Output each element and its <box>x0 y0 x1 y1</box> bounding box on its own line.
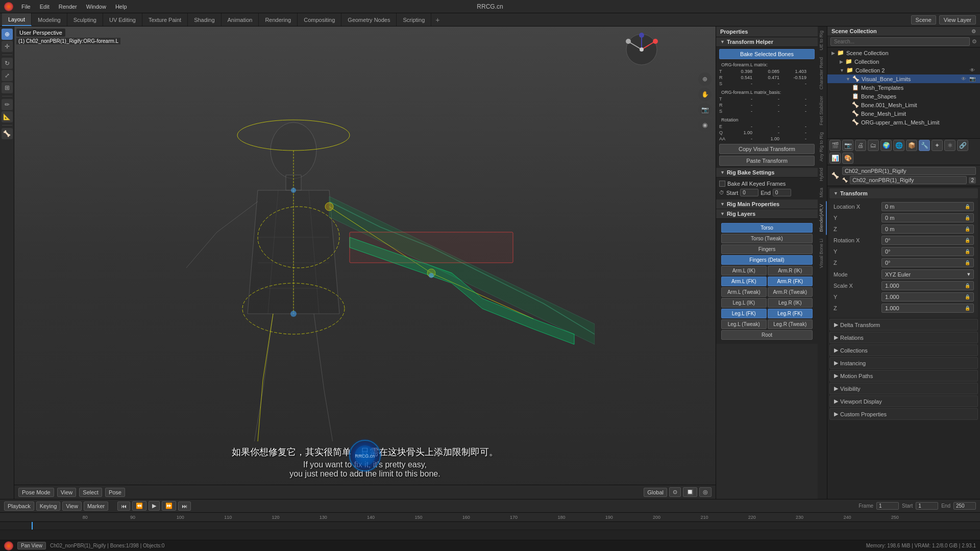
bake-selected-bones-btn[interactable]: Bake Selected Bones <box>719 49 815 59</box>
rotation-y-input[interactable]: 0° 🔒 <box>881 247 974 256</box>
timeline-playhead[interactable] <box>32 522 33 530</box>
visibility-header[interactable]: ▶ Visibility <box>830 383 977 394</box>
rp-output-btn[interactable]: 🖨 <box>855 140 866 151</box>
current-frame-input[interactable] <box>876 502 899 510</box>
menu-edit[interactable]: Edit <box>36 3 54 11</box>
play-end-btn[interactable]: ⏭ <box>178 502 191 511</box>
side-label-mica[interactable]: Mica <box>818 185 827 201</box>
tab-uv-editing[interactable]: UV Editing <box>103 13 142 26</box>
hand-gizmo[interactable]: ✋ <box>698 88 712 101</box>
ol-bone-shapes[interactable]: 📋 Bone_Shapes <box>827 92 980 101</box>
measure-tool[interactable]: 📐 <box>2 111 13 122</box>
outliner-search[interactable] <box>830 37 970 46</box>
bake-start-input[interactable] <box>740 189 758 196</box>
rotate-tool[interactable]: ↻ <box>2 58 13 69</box>
tab-rendering[interactable]: Rendering <box>259 13 298 26</box>
side-label-hybrid[interactable]: Hybrid <box>818 165 827 184</box>
ol-collection-2[interactable]: ▼ 📁 Collection 2 👁 <box>827 66 980 74</box>
side-label-any-rig[interactable]: Any Rig to Rig <box>818 129 827 165</box>
rp-render-btn[interactable]: 📷 <box>842 140 853 151</box>
location-y-lock[interactable]: 🔒 <box>965 215 970 220</box>
rotation-x-lock[interactable]: 🔒 <box>965 238 970 243</box>
collections-header[interactable]: ▶ Collections <box>830 345 977 356</box>
location-z-input[interactable]: 0 m 🔒 <box>881 224 974 234</box>
location-z-lock[interactable]: 🔒 <box>965 227 970 232</box>
location-x-input[interactable]: 0 m 🔒 <box>881 202 974 211</box>
rl-arm-l-ik[interactable]: Arm.L (IK) <box>721 266 767 276</box>
menu-render[interactable]: Render <box>55 3 81 11</box>
tab-texture-paint[interactable]: Texture Paint <box>142 13 188 26</box>
rl-leg-l-fk[interactable]: Leg.L (FK) <box>721 309 767 318</box>
rp-data-btn[interactable]: 📊 <box>829 153 841 164</box>
zoom-gizmo[interactable]: ⊕ <box>698 72 712 86</box>
scale-y-input[interactable]: 1.000 🔒 <box>881 292 974 302</box>
tab-modeling[interactable]: Modeling <box>32 13 67 26</box>
menu-window[interactable]: Window <box>82 3 110 11</box>
rl-leg-l-ik[interactable]: Leg.L (IK) <box>721 298 767 308</box>
bake-end-input[interactable] <box>773 189 791 196</box>
rl-torso-tweak[interactable]: Torso (Tweak) <box>721 234 813 243</box>
ol-collection[interactable]: ▶ 📁 Collection <box>827 57 980 66</box>
move-tool[interactable]: ✛ <box>2 41 13 52</box>
rig-bake-header[interactable]: ▼ Rig Bake Settings <box>716 168 818 178</box>
marker-menu[interactable]: Marker <box>84 502 108 511</box>
nav-gizmo[interactable] <box>624 32 659 68</box>
bake-all-checkbox[interactable] <box>719 181 725 187</box>
custom-props-header[interactable]: ▶ Custom Properties <box>830 409 977 419</box>
rl-arm-r-ik[interactable]: Arm.R (IK) <box>768 266 813 276</box>
rl-leg-l-tweak[interactable]: Leg.L (Tweak) <box>721 319 767 329</box>
pose-mode-selector[interactable]: Pose Mode <box>18 488 54 497</box>
side-label-feet-stab[interactable]: Feet Stabilizer <box>818 93 827 129</box>
ol-mesh-templates[interactable]: 📋 Mesh_Templates <box>827 83 980 92</box>
location-y-input[interactable]: 0 m 🔒 <box>881 213 974 222</box>
obj-name-input-1[interactable] <box>842 167 976 175</box>
rl-leg-r-ik[interactable]: Leg.R (IK) <box>768 298 813 308</box>
ol-c2-eye[interactable]: 👁 <box>969 67 976 73</box>
scale-tool[interactable]: ⤢ <box>2 70 13 81</box>
camera-gizmo[interactable]: 📷 <box>698 103 712 116</box>
play-btn[interactable]: ▶ <box>149 501 160 511</box>
snap-btn[interactable]: 🔲 <box>683 487 697 497</box>
rp-physics-btn[interactable]: ⚛ <box>944 140 955 151</box>
global-selector[interactable]: Global <box>644 488 667 497</box>
scene-selector[interactable]: Scene <box>911 15 936 24</box>
scale-x-input[interactable]: 1.000 🔒 <box>881 281 974 290</box>
ol-vbl-eye[interactable]: 👁 <box>960 76 967 82</box>
tab-layout[interactable]: Layout <box>2 13 32 26</box>
scale-y-lock[interactable]: 🔒 <box>965 294 970 299</box>
view-layer-selector[interactable]: View Layer <box>939 15 976 24</box>
viewport-display-header[interactable]: ▶ Viewport Display <box>830 396 977 407</box>
start-frame-input[interactable] <box>916 502 938 510</box>
visible-gizmo[interactable]: ◉ <box>698 118 712 132</box>
ol-vbl-render[interactable]: 📷 <box>969 76 976 82</box>
ol-scene-collection[interactable]: ▶ 📁 Scene Collection <box>827 48 980 57</box>
tab-sculpting[interactable]: Sculpting <box>67 13 103 26</box>
instancing-header[interactable]: ▶ Instancing <box>830 358 977 368</box>
add-workspace-btn[interactable]: + <box>431 13 444 26</box>
menu-help[interactable]: Help <box>111 3 131 11</box>
scale-z-input[interactable]: 1.000 🔒 <box>881 304 974 313</box>
tab-geometry-nodes[interactable]: Geometry Nodes <box>341 13 397 26</box>
ol-visual-bone-limits[interactable]: ▼ 🦴 Visual_Bone_Limits 👁 📷 <box>827 74 980 83</box>
proportional-btn[interactable]: ◎ <box>699 487 712 497</box>
rps-transform-header[interactable]: ▼ Transform <box>829 188 978 198</box>
outliner-filter-btn[interactable]: ⚙ <box>971 29 976 34</box>
rl-fingers[interactable]: Fingers <box>721 244 813 254</box>
menu-file[interactable]: File <box>17 3 35 11</box>
tab-animation[interactable]: Animation <box>222 13 259 26</box>
pose-menu[interactable]: Pose <box>105 488 125 497</box>
rig-layers-header[interactable]: ▼ Rig Layers <box>716 209 818 219</box>
scale-z-lock[interactable]: 🔒 <box>965 306 970 311</box>
rp-scene-props-btn[interactable]: 🌍 <box>880 140 892 151</box>
rl-torso[interactable]: Torso <box>721 223 813 233</box>
scale-x-lock[interactable]: 🔒 <box>965 283 970 288</box>
paste-transform-btn[interactable]: Paste Transform <box>719 156 815 166</box>
motion-paths-header[interactable]: ▶ Motion Paths <box>830 370 977 381</box>
rp-material-btn[interactable]: 🎨 <box>842 153 853 164</box>
rl-arm-l-fk[interactable]: Arm.L (FK) <box>721 277 767 286</box>
rl-arm-r-tweak[interactable]: Arm.R (Tweak) <box>768 287 813 297</box>
relations-header[interactable]: ▶ Relations <box>830 332 977 343</box>
select-menu[interactable]: Select <box>79 488 102 497</box>
cursor-tool[interactable]: ⊕ <box>2 29 13 40</box>
side-label-ue-to-rig[interactable]: UE to Rig <box>818 28 827 54</box>
